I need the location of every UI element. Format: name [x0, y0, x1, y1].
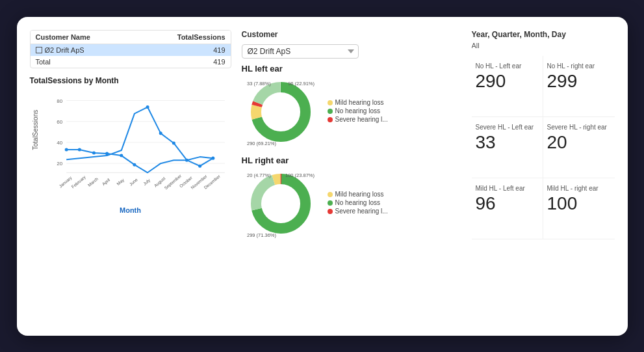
total-label: Total	[36, 58, 51, 66]
sessions-table: Customer Name TotalSessions Ø2 Drift ApS…	[30, 30, 231, 68]
hl-left-donut-block: 33 (7.88%) 96 (22.91%) 290 (69.21%) Mild…	[242, 76, 461, 148]
total-value: 419	[213, 58, 225, 66]
left-panel: Customer Name TotalSessions Ø2 Drift ApS…	[30, 30, 231, 239]
severe-label: Severe hearing l...	[335, 116, 388, 123]
dashboard-card: Customer Name TotalSessions Ø2 Drift ApS…	[17, 17, 628, 336]
top-row: Customer Name TotalSessions Ø2 Drift ApS…	[30, 30, 615, 239]
stat-label-severe-right: Severe HL - right ear	[547, 124, 608, 131]
legend-item-mild: Mild hearing loss	[328, 99, 388, 106]
severe-dot	[328, 117, 333, 122]
stat-label-severe-left: Severe HL - Left ear	[476, 124, 536, 131]
stat-label-no-left: No HL - Left ear	[476, 62, 536, 70]
svg-text:April: April	[101, 177, 111, 187]
hl-right-block: HL right ear 20 (4.77%) 100 (23.87%)	[242, 156, 461, 239]
severe-dot-r	[328, 209, 333, 214]
no-label-r: No hearing loss	[335, 199, 380, 206]
stat-cell-no-right: No HL - right ear 299	[543, 56, 615, 117]
customer-filter-label: Customer	[242, 30, 278, 39]
svg-point-14	[133, 163, 136, 166]
sessions-value: 419	[213, 46, 225, 54]
no-dot	[328, 109, 333, 114]
donut-label-no: 96 (22.91%)	[288, 81, 315, 87]
customer-filter-row: Customer	[242, 30, 461, 39]
customer-name: Ø2 Drift ApS	[45, 46, 84, 54]
stat-value-mild-left: 96	[476, 195, 536, 213]
stats-grid: No HL - Left ear 290 No HL - right ear 2…	[472, 56, 615, 239]
donut-label-mild: 33 (7.88%)	[247, 81, 271, 87]
stat-value-mild-right: 100	[547, 195, 608, 213]
line-chart: 80 60 40 20	[48, 88, 231, 205]
svg-point-9	[64, 148, 68, 151]
line-chart-section: TotalSessions by Month TotalSessions 80	[30, 76, 231, 214]
line-chart-svg: 80 60 40 20	[48, 88, 231, 205]
stat-cell-severe-right: Severe HL - right ear 20	[543, 117, 615, 178]
svg-text:July: July	[142, 177, 151, 186]
mild-dot	[328, 100, 333, 105]
table-row: Total 419	[31, 56, 231, 68]
svg-text:20: 20	[57, 161, 62, 167]
svg-text:40: 40	[57, 139, 62, 145]
table-row[interactable]: Ø2 Drift ApS 419	[31, 44, 231, 56]
checkbox-icon[interactable]	[36, 47, 42, 53]
svg-point-13	[120, 154, 123, 157]
svg-text:60: 60	[57, 118, 62, 124]
y-axis-label: TotalSessions	[32, 109, 39, 150]
right-panel: Year, Quarter, Month, Day No HL - Left e…	[472, 30, 615, 239]
stat-value-no-right: 299	[547, 72, 608, 90]
hl-left-legend: Mild hearing loss No hearing loss Severe…	[328, 99, 388, 124]
donut-label-no2-r: 299 (71.36%)	[247, 232, 277, 238]
svg-text:80: 80	[57, 98, 62, 103]
x-axis-label: Month	[30, 206, 231, 214]
col-customer-name: Customer Name	[36, 33, 90, 41]
donut-row: HL left ear	[242, 64, 461, 239]
hl-right-title: HL right ear	[242, 156, 461, 165]
stat-cell-no-left: No HL - Left ear 290	[472, 56, 543, 117]
donut-label-no2: 290 (69.21%)	[247, 141, 277, 146]
stat-value-no-left: 290	[476, 72, 536, 90]
col-total-sessions: TotalSessions	[177, 33, 225, 41]
legend-item-severe-r: Severe hearing l...	[328, 208, 388, 215]
stat-label-mild-left: Mild HL - Left ear	[476, 185, 536, 192]
middle-panel: Customer Ø2 Drift ApS HL left ear	[242, 30, 461, 239]
hl-left-title: HL left ear	[242, 64, 461, 74]
legend-item-severe: Severe hearing l...	[328, 116, 388, 123]
hl-right-donut-block: 20 (4.77%) 100 (23.87%) 299 (71.36%) Mil…	[242, 168, 461, 239]
stat-label-no-right: No HL - right ear	[547, 62, 608, 70]
svg-point-11	[92, 151, 95, 154]
hl-right-legend: Mild hearing loss No hearing loss Severe…	[328, 191, 388, 216]
no-dot-r	[328, 200, 333, 206]
svg-text:June: June	[128, 177, 138, 187]
time-filter-input[interactable]	[472, 42, 561, 49]
legend-item-mild-r: Mild hearing loss	[328, 191, 388, 198]
donut-label-no-r: 100 (23.87%)	[285, 172, 315, 178]
stat-cell-mild-left: Mild HL - Left ear 96	[472, 178, 543, 239]
severe-label-r: Severe hearing l...	[335, 208, 388, 215]
no-label: No hearing loss	[335, 107, 380, 115]
hl-left-block: HL left ear	[242, 64, 461, 148]
mild-label: Mild hearing loss	[335, 99, 384, 106]
table-header: Customer Name TotalSessions	[31, 31, 231, 44]
stat-value-severe-left: 33	[476, 133, 536, 152]
stat-label-mild-right: Mild HL - right ear	[547, 185, 608, 192]
legend-item-no-r: No hearing loss	[328, 199, 388, 206]
stat-cell-severe-left: Severe HL - Left ear 33	[472, 117, 543, 178]
hl-right-chart-svg: 20 (4.77%) 100 (23.87%) 299 (71.36%)	[242, 168, 320, 239]
time-filter-row	[472, 42, 615, 49]
svg-text:September: September	[163, 173, 183, 191]
svg-point-10	[77, 148, 81, 151]
time-filter-label: Year, Quarter, Month, Day	[472, 30, 615, 39]
mild-label-r: Mild hearing loss	[335, 191, 384, 198]
donut-label-mild-r: 20 (4.77%)	[247, 172, 271, 178]
mild-dot-r	[328, 192, 333, 197]
chart-title: TotalSessions by Month	[30, 76, 231, 85]
stat-cell-mild-right: Mild HL - right ear 100	[543, 178, 615, 239]
customer-cell: Ø2 Drift ApS	[36, 46, 84, 54]
svg-text:May: May	[116, 177, 125, 187]
svg-text:February: February	[70, 174, 87, 189]
stat-value-severe-right: 20	[547, 133, 608, 152]
legend-item-no: No hearing loss	[328, 107, 388, 115]
svg-text:March: March	[86, 176, 99, 187]
hl-left-chart-svg: 33 (7.88%) 96 (22.91%) 290 (69.21%)	[242, 76, 320, 148]
customer-filter-select[interactable]: Ø2 Drift ApS	[242, 44, 359, 59]
